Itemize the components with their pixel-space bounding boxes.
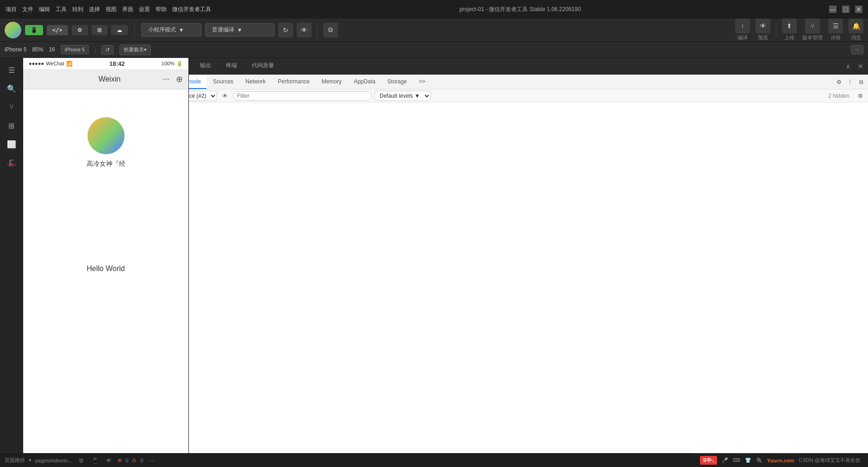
layers-button[interactable]: ⧉ <box>323 23 338 38</box>
cloud-btn-group: ☁ <box>111 25 128 35</box>
menu-wechat[interactable]: 微信开发者工具 <box>172 6 211 13</box>
detail-label-text: 详情 <box>831 34 841 41</box>
hotreload-button[interactable]: 热重载关▾ <box>119 44 151 55</box>
nav-dots-icon[interactable]: ··· <box>162 74 169 84</box>
inner-tab-storage[interactable]: Storage <box>382 75 412 89</box>
tab-terminal-label: 终端 <box>226 62 237 69</box>
search-icon[interactable]: 🔍 <box>3 80 20 97</box>
devtools-settings-button[interactable]: ⚙ <box>834 77 844 87</box>
editor-area: 调试器 问题 输出 终端 代码质量 ∧ ✕ ⊡ Wxml <box>134 58 868 453</box>
version-label-text: 版本管理 <box>802 34 823 41</box>
inner-tab-network[interactable]: Network <box>240 75 271 89</box>
inner-tab-sources[interactable]: Sources <box>207 75 239 89</box>
hat-icon[interactable]: 🎩 <box>3 154 20 171</box>
version-button[interactable]: ⑂ <box>805 19 820 33</box>
device-select-button[interactable]: iPhone 5 <box>61 45 89 54</box>
mode-select[interactable]: 小程序模式 ▼ <box>141 23 201 37</box>
preview-icon-btn[interactable]: 👁 <box>297 23 312 38</box>
phone-status-bar: ●●●●● WeChat 📶 18:42 100% 🔋 <box>23 58 188 69</box>
reload-button[interactable]: ↺ <box>101 45 114 55</box>
device-zoom: 85% <box>32 46 43 53</box>
warning-icon: ⚠ <box>132 457 137 463</box>
mode-label: 小程序模式 <box>148 26 176 34</box>
avatar[interactable] <box>5 22 21 38</box>
upload-label-text: 上传 <box>784 34 794 41</box>
menu-edit[interactable]: 编辑 <box>39 6 50 13</box>
debugger-button[interactable]: ⚙ <box>72 25 88 35</box>
panel-collapse-button[interactable]: ∧ <box>846 63 850 70</box>
device-separator: | <box>94 46 96 53</box>
console-area: > <box>134 102 868 453</box>
compile-select[interactable]: 普通编译 ▼ <box>205 23 275 37</box>
files-icon[interactable]: ☰ <box>3 62 20 78</box>
compile-arrow-icon: ▼ <box>237 27 243 33</box>
level-select[interactable]: Default levels ▼ <box>375 91 431 101</box>
compile-label-text: 编译 <box>737 34 748 41</box>
eye-icon-btn[interactable]: 👁 <box>104 455 114 466</box>
eye-button[interactable]: 👁 <box>220 91 230 101</box>
copy-path-button[interactable]: ⧉ <box>76 455 86 466</box>
user-name-display: 高冷女神『经 <box>87 160 125 168</box>
menu-bar[interactable]: 项目 文件 编辑 工具 转到 选择 视图 界面 设置 帮助 微信开发者工具 <box>6 6 211 13</box>
nav-icons[interactable]: ··· ⊕ <box>162 74 183 84</box>
upload-button[interactable]: ⬆ <box>782 19 797 33</box>
detail-button[interactable]: ☰ <box>828 19 843 33</box>
minimize-button[interactable]: — <box>829 6 837 13</box>
version-action-group: ⑂ 版本管理 <box>802 19 823 41</box>
phone-time: 18:42 <box>109 60 125 67</box>
menu-select[interactable]: 选择 <box>89 6 100 13</box>
tab-output[interactable]: 输出 <box>196 58 215 74</box>
panel-close-button[interactable]: ✕ <box>858 63 863 70</box>
inner-tab-memory-label: Memory <box>322 78 342 85</box>
inner-tab-appdata[interactable]: AppData <box>348 75 381 89</box>
menu-settings[interactable]: 设置 <box>139 6 150 13</box>
menu-tools[interactable]: 工具 <box>56 6 67 13</box>
branch-icon[interactable]: ⑂ <box>3 99 20 115</box>
phone-icon-btn[interactable]: 📱 <box>90 455 100 466</box>
filter-input[interactable] <box>233 91 372 101</box>
phone-signal-area: ●●●●● WeChat 📶 <box>29 61 73 67</box>
warning-count: 0 <box>140 458 143 463</box>
preview-label-text: 预览 <box>758 34 768 41</box>
maximize-button[interactable]: □ <box>842 6 849 13</box>
nav-camera-icon[interactable]: ⊕ <box>176 74 183 84</box>
menu-goto[interactable]: 转到 <box>72 6 83 13</box>
inner-tab-performance[interactable]: Performance <box>272 75 315 89</box>
message-button[interactable]: 🔔 <box>849 19 863 33</box>
inner-tab-appdata-label: AppData <box>354 78 375 85</box>
tab-codequality[interactable]: 代码质量 <box>248 58 278 74</box>
inner-tab-storage-label: Storage <box>387 78 407 85</box>
window-controls[interactable]: — □ ✕ <box>829 6 862 13</box>
close-button[interactable]: ✕ <box>855 6 862 13</box>
path-sep: ▾ <box>29 457 31 463</box>
compile-button[interactable]: ↑ <box>735 19 750 33</box>
inner-tab-memory[interactable]: Memory <box>316 75 347 89</box>
menu-file[interactable]: 文件 <box>22 6 33 13</box>
cloud-button[interactable]: ☁ <box>111 25 128 35</box>
menu-view[interactable]: 视图 <box>106 6 117 13</box>
more-button[interactable]: ··· <box>851 45 863 54</box>
console-settings-button[interactable]: ⚙ <box>855 91 865 101</box>
simulator-button[interactable]: 📱 <box>25 25 43 35</box>
devtools-undock-button[interactable]: ⧉ <box>856 77 866 87</box>
upload-action-group: ⬆ 上传 <box>782 19 797 41</box>
menu-interface[interactable]: 界面 <box>122 6 133 13</box>
refresh-button[interactable]: ↻ <box>278 23 293 38</box>
visual-button[interactable]: ⊞ <box>92 25 107 35</box>
battery-icon: 🔋 <box>176 61 183 67</box>
layers-icon[interactable]: ⊞ <box>3 117 20 134</box>
status-left: 页面路径 ▾ pages/index/in... ⧉ 📱 👁 ⊗ 0 ⚠ 0 ·… <box>5 455 157 466</box>
devtools-panel: ⊡ Wxml Console Sources Network Performan… <box>134 75 868 453</box>
preview-button[interactable]: 👁 <box>756 19 770 33</box>
phone-content: 高冷女神『经 Hello World <box>23 89 188 453</box>
tab-terminal[interactable]: 终端 <box>222 58 241 74</box>
menu-project[interactable]: 项目 <box>6 6 17 13</box>
path-value: pages/index/in... <box>35 458 72 463</box>
inner-tab-more[interactable]: >> <box>413 75 431 89</box>
visual-btn-group: ⊞ <box>92 25 107 35</box>
more-status-btn[interactable]: ··· <box>147 455 157 466</box>
editor-button[interactable]: </> <box>47 25 68 35</box>
grid-icon[interactable]: ⬜ <box>3 136 20 152</box>
menu-help[interactable]: 帮助 <box>156 6 167 13</box>
devtools-more-button[interactable]: ⋮ <box>845 77 855 87</box>
